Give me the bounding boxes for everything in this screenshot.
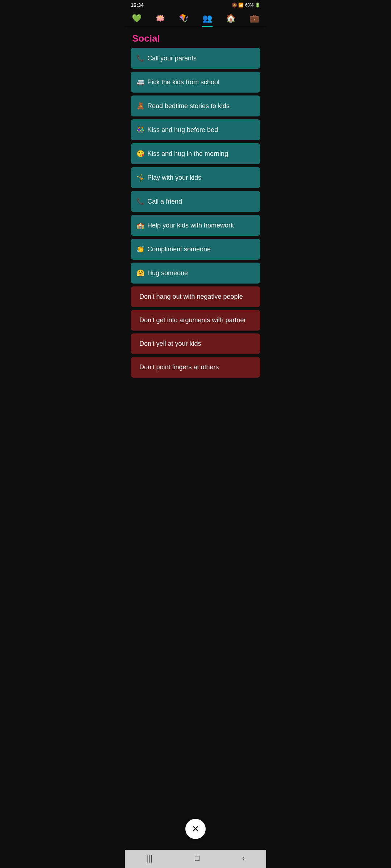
task-item[interactable]: 🚐Pick the kids from school	[131, 72, 260, 93]
task-emoji: 👏	[136, 245, 144, 253]
tab-mindfulness[interactable]: 🪷	[151, 12, 169, 27]
task-list: 📞Call your parents🚐Pick the kids from sc…	[125, 48, 266, 414]
social-icon: 👥	[202, 14, 212, 23]
task-item[interactable]: 😘Kiss and hug in the morning	[131, 143, 260, 164]
task-item[interactable]: 👏Compliment someone	[131, 239, 260, 260]
tab-creativity[interactable]: 🪁	[175, 12, 193, 27]
task-emoji: 📞	[136, 197, 144, 205]
task-text: Kiss and hug in the morning	[147, 150, 228, 158]
tab-home[interactable]: 🏠	[222, 12, 240, 27]
task-emoji: 🏫	[136, 221, 144, 229]
task-emoji: 📞	[136, 54, 144, 62]
task-item[interactable]: Don't yell at your kids	[131, 333, 260, 354]
task-text: Help your kids with homework	[147, 222, 234, 229]
tab-health[interactable]: 💚	[127, 12, 146, 27]
task-text: Don't get into arguments with partner	[139, 316, 246, 324]
task-emoji: 🤸	[136, 174, 144, 182]
nav-tabs: 💚 🪷 🪁 👥 🏠 💼	[125, 9, 266, 27]
tab-social[interactable]: 👥	[198, 12, 216, 27]
status-icons: 🔕 📶 63% 🔋	[232, 3, 260, 8]
task-text: Read bedtime stories to kids	[147, 102, 230, 110]
task-emoji: 🚐	[136, 78, 144, 86]
task-text: Don't point fingers at others	[139, 363, 219, 371]
battery-icon: 🔕 📶 63% 🔋	[232, 3, 260, 8]
task-text: Don't yell at your kids	[139, 340, 201, 348]
task-text: Pick the kids from school	[147, 78, 219, 86]
creativity-icon: 🪁	[179, 14, 189, 23]
home-icon: 🏠	[226, 14, 236, 23]
work-icon: 💼	[249, 14, 259, 23]
task-item[interactable]: 👫Kiss and hug before bed	[131, 119, 260, 140]
task-item[interactable]: 📞Call a friend	[131, 191, 260, 212]
task-text: Call your parents	[147, 55, 197, 62]
task-text: Play with your kids	[147, 174, 201, 182]
task-item[interactable]: Don't hang out with negative people	[131, 286, 260, 307]
tab-work[interactable]: 💼	[245, 12, 264, 27]
status-time: 16:34	[131, 2, 144, 8]
task-text: Don't hang out with negative people	[139, 293, 243, 301]
health-icon: 💚	[132, 14, 142, 23]
task-item[interactable]: 📞Call your parents	[131, 48, 260, 69]
task-item[interactable]: 🧸Read bedtime stories to kids	[131, 95, 260, 116]
task-item[interactable]: Don't get into arguments with partner	[131, 310, 260, 331]
task-text: Hug someone	[147, 269, 188, 277]
task-emoji: 👫	[136, 126, 144, 134]
task-item[interactable]: Don't point fingers at others	[131, 357, 260, 378]
task-text: Compliment someone	[147, 246, 211, 253]
section-title: Social	[125, 27, 266, 48]
task-emoji: 😘	[136, 150, 144, 158]
task-item[interactable]: 🤗Hug someone	[131, 263, 260, 284]
task-emoji: 🧸	[136, 102, 144, 110]
task-text: Call a friend	[147, 198, 182, 205]
task-item[interactable]: 🏫Help your kids with homework	[131, 215, 260, 236]
task-text: Kiss and hug before bed	[147, 126, 218, 134]
task-item[interactable]: 🤸Play with your kids	[131, 167, 260, 188]
mindfulness-icon: 🪷	[155, 14, 165, 23]
task-emoji: 🤗	[136, 269, 144, 277]
status-bar: 16:34 🔕 📶 63% 🔋	[125, 0, 266, 9]
